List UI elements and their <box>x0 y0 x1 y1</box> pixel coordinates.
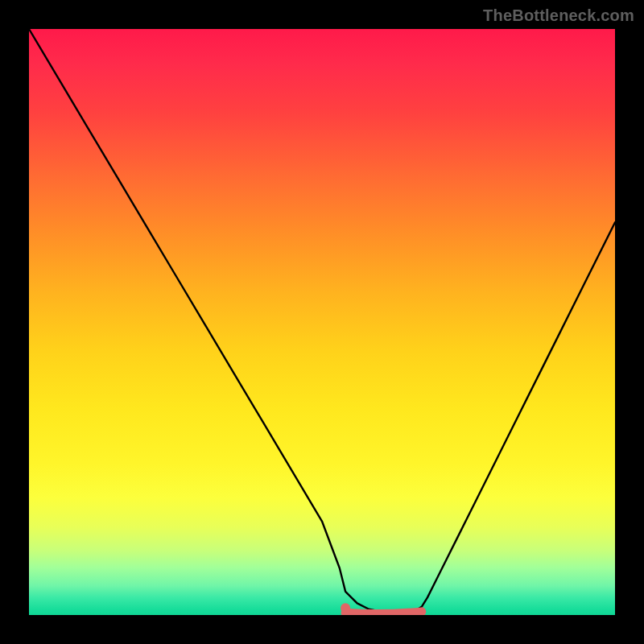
optimal-start-dot <box>341 603 350 613</box>
chart-frame: TheBottleneck.com <box>0 0 644 644</box>
watermark-text: TheBottleneck.com <box>483 6 634 25</box>
optimal-range-highlight <box>345 612 422 614</box>
bottleneck-curve <box>29 29 615 613</box>
plot-area <box>29 29 615 615</box>
chart-svg <box>29 29 615 615</box>
